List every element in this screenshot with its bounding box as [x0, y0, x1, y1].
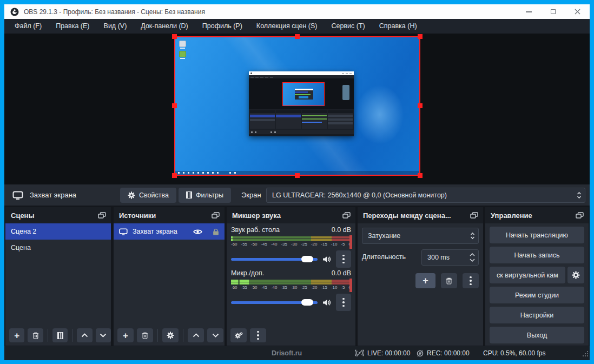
title-bar: OBS 29.1.3 - Профиль: Без названия - Сце… [4, 4, 590, 19]
scene-item[interactable]: Сцена [5, 240, 111, 256]
menu-view[interactable]: Вид (V) [97, 19, 134, 34]
move-source-up-button[interactable] [188, 328, 204, 342]
wallpaper-glow [355, 85, 404, 144]
popout-icon [470, 212, 478, 219]
scene-item-selected[interactable]: Сцена 2 [5, 223, 111, 240]
resize-handle[interactable] [172, 34, 177, 39]
controls-panel: Управление Начать трансляцию Начать запи… [485, 207, 589, 346]
speaker-icon[interactable] [322, 256, 331, 263]
duration-label: Длительность [362, 253, 406, 261]
transitions-panel: Переходы между сцена... Затухание Длител… [358, 207, 483, 346]
selected-source-name: Захват экрана [30, 191, 76, 199]
remove-transition-button[interactable] [441, 273, 457, 288]
minimize-icon [526, 11, 532, 12]
scenes-panel-header[interactable]: Сцены [5, 207, 111, 223]
transitions-panel-header[interactable]: Переходы между сцена... [358, 207, 483, 223]
filter-icon [57, 332, 63, 339]
volume-slider-thumb[interactable] [301, 256, 313, 262]
virtual-camera-button[interactable]: ск виртуальной кам [490, 267, 565, 283]
menu-profile[interactable]: Профиль (P) [195, 19, 249, 34]
move-source-down-button[interactable] [207, 328, 223, 342]
mixer-options-button[interactable] [250, 328, 266, 342]
source-name: Захват экрана [133, 228, 177, 235]
watermark-text: Drisoft.ru [272, 346, 302, 360]
remove-scene-button[interactable] [28, 328, 43, 342]
start-recording-button[interactable]: Начать запись [490, 247, 584, 263]
divider [183, 329, 183, 342]
minimize-button[interactable] [517, 4, 541, 19]
controls-panel-header[interactable]: Управление [485, 207, 589, 223]
resize-grip[interactable] [583, 349, 588, 359]
studio-mode-button[interactable]: Режим студии [490, 287, 584, 303]
properties-button[interactable]: Свойства [120, 188, 176, 203]
speaker-icon[interactable] [322, 299, 331, 306]
resize-handle[interactable] [418, 173, 423, 178]
trash-icon [32, 332, 39, 339]
meter-tick: -15 [321, 285, 327, 290]
sources-panel-header[interactable]: Источники [114, 207, 225, 223]
menu-edit[interactable]: Правка (E) [49, 19, 96, 34]
mixer-channel-mic: Микр./доп. 0.0 dB -60-55-50-45-40-35-30-… [231, 269, 351, 312]
channel-options-button[interactable] [336, 250, 351, 268]
kebab-icon [470, 276, 472, 286]
divider [72, 329, 72, 342]
menu-scene-collection[interactable]: Коллекция сцен (S) [249, 19, 325, 34]
exit-button[interactable]: Выход [490, 327, 584, 343]
scene-filters-button[interactable] [52, 328, 68, 342]
volume-slider[interactable] [231, 301, 318, 304]
popout-icon [212, 212, 220, 219]
move-scene-down-button[interactable] [96, 328, 111, 342]
channel-options-button[interactable] [336, 294, 351, 311]
add-scene-button[interactable]: + [9, 328, 24, 342]
volume-slider-thumb[interactable] [301, 299, 313, 306]
start-streaming-button[interactable]: Начать трансляцию [490, 227, 584, 243]
mixer-panel-header[interactable]: Микшер звука [227, 207, 355, 223]
source-properties-button[interactable] [162, 328, 179, 342]
resize-handle[interactable] [172, 173, 177, 178]
trash-icon [446, 277, 452, 284]
maximize-button[interactable] [541, 4, 565, 19]
filters-button[interactable]: Фильтры [179, 188, 231, 203]
add-source-button[interactable]: + [117, 328, 134, 342]
lock-icon[interactable] [213, 228, 219, 235]
menu-docks[interactable]: Док-панели (D) [134, 19, 195, 34]
mixer-toolbar [227, 325, 355, 346]
transition-select[interactable]: Затухание [362, 228, 479, 244]
resize-handle[interactable] [418, 103, 423, 108]
meter-scale: -60-55-50-45-40-35-30-25-20-15-10-50 [231, 285, 351, 290]
transition-options-button[interactable] [463, 273, 479, 288]
gear-icon [128, 191, 135, 199]
source-item-selected[interactable]: Захват экрана [114, 223, 225, 240]
virtual-camera-settings-button[interactable] [567, 267, 584, 283]
meter-tick: -60 [231, 242, 237, 247]
resize-handle[interactable] [418, 34, 423, 39]
add-transition-button[interactable]: + [415, 273, 435, 288]
resize-handle[interactable] [172, 103, 177, 108]
close-button[interactable] [565, 4, 590, 19]
meter-tick: -25 [301, 242, 307, 247]
screen-capture-source[interactable] [174, 36, 420, 176]
advanced-audio-button[interactable] [230, 328, 247, 342]
trash-icon [142, 332, 148, 339]
menu-tools[interactable]: Сервис (T) [324, 19, 372, 34]
meter-tick: -45 [261, 285, 267, 290]
settings-button[interactable]: Настройки [490, 307, 584, 323]
screen-select[interactable]: LG ULTRAGEAR: 2560x1440 @ 0,0 (Основной … [266, 188, 585, 203]
resize-handle[interactable] [295, 34, 300, 39]
volume-slider[interactable] [231, 258, 318, 261]
screen-label: Экран [241, 191, 261, 199]
move-scene-up-button[interactable] [77, 328, 92, 342]
menu-file[interactable]: Файл (F) [8, 19, 49, 34]
sources-panel: Источники Захват экрана + [114, 207, 225, 346]
spin-up-icon[interactable] [470, 253, 475, 256]
kebab-icon [342, 255, 345, 264]
duration-spinbox[interactable]: 300 ms [421, 249, 479, 266]
spin-down-icon[interactable] [470, 259, 475, 262]
chevron-down-icon [100, 333, 107, 337]
channel-name: Звук раб. стола [231, 226, 280, 234]
resize-handle[interactable] [295, 173, 300, 178]
visibility-eye-icon[interactable] [193, 229, 202, 235]
popout-icon [98, 212, 106, 219]
menu-help[interactable]: Справка (H) [372, 19, 424, 34]
remove-source-button[interactable] [137, 328, 153, 342]
